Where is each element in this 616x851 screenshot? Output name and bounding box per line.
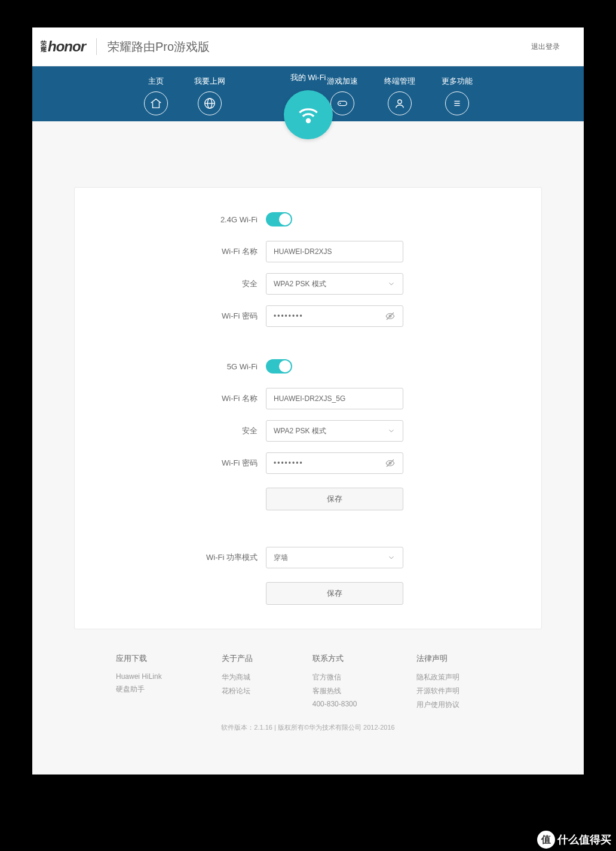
footer-link-privacy[interactable]: 隐私政策声明 [416, 672, 459, 682]
wifi5-pwd-input[interactable]: •••••••• [266, 452, 403, 474]
wifi5-toggle-label: 5G Wi-Fi [75, 362, 266, 371]
wifi5-security-label: 安全 [75, 426, 266, 436]
footer-link-hotline[interactable]: 客服热线 [312, 686, 357, 696]
footer-link-forum[interactable]: 花粉论坛 [222, 686, 253, 696]
watermark-badge-icon: 值 [537, 831, 555, 849]
wifi5-security-select[interactable]: WPA2 PSK 模式 [266, 420, 403, 442]
menu-icon [445, 91, 469, 115]
chevron-down-icon [387, 553, 396, 562]
wifi24-security-label: 安全 [75, 278, 266, 289]
footer-head-contact: 联系方式 [312, 653, 357, 664]
header-bar: 荣耀 honor 荣耀路由Pro游戏版 退出登录 [32, 27, 584, 66]
globe-icon [198, 91, 222, 115]
svg-point-4 [307, 120, 309, 123]
nav-home[interactable]: 主页 [144, 76, 168, 115]
wifi-icon [284, 90, 333, 139]
wifi5-name-label: Wi-Fi 名称 [75, 393, 266, 404]
wifi5-toggle[interactable] [266, 359, 292, 374]
footer: 应用下载 Huawei HiLink 硬盘助手 关于产品 华为商城 花粉论坛 联… [32, 629, 584, 720]
home-icon [144, 91, 168, 115]
app-window: 荣耀 honor 荣耀路由Pro游戏版 退出登录 主页 我要上网 游戏加速 [32, 27, 584, 775]
product-name: 荣耀路由Pro游戏版 [108, 39, 210, 55]
footer-head-downloads: 应用下载 [116, 653, 162, 664]
eye-hide-icon[interactable] [385, 311, 396, 322]
footer-head-legal: 法律声明 [416, 653, 459, 664]
power-mode-select[interactable]: 穿墙 [266, 547, 403, 568]
nav-wifi-active[interactable]: 我的 Wi-Fi [284, 72, 333, 139]
footer-link-hilink[interactable]: Huawei HiLink [116, 672, 162, 681]
copyright: 软件版本：2.1.16 | 版权所有©华为技术有限公司 2012-2016 [32, 720, 584, 736]
chevron-down-icon [387, 427, 396, 435]
wifi24-toggle[interactable] [266, 212, 292, 226]
footer-link-wechat[interactable]: 官方微信 [312, 672, 357, 682]
wifi5-name-input[interactable]: HUAWEI-DR2XJS_5G [266, 388, 403, 409]
svg-point-3 [397, 100, 401, 103]
wifi24-pwd-label: Wi-Fi 密码 [75, 311, 266, 322]
wifi24-toggle-label: 2.4G Wi-Fi [75, 215, 266, 224]
user-icon [388, 91, 412, 115]
main-nav: 主页 我要上网 游戏加速 终端管理 更多功能 [32, 66, 584, 121]
footer-link-mall[interactable]: 华为商城 [222, 672, 253, 682]
divider [96, 38, 97, 55]
nav-internet[interactable]: 我要上网 [194, 76, 225, 115]
footer-link-oss[interactable]: 开源软件声明 [416, 686, 459, 696]
footer-phone: 400-830-8300 [312, 700, 357, 708]
footer-head-about: 关于产品 [222, 653, 253, 664]
nav-more[interactable]: 更多功能 [442, 76, 473, 115]
footer-link-tos[interactable]: 用户使用协议 [416, 700, 459, 710]
wifi24-name-input[interactable]: HUAWEI-DR2XJS [266, 241, 403, 262]
wifi24-name-label: Wi-Fi 名称 [75, 246, 266, 257]
wifi5-pwd-label: Wi-Fi 密码 [75, 458, 266, 469]
svg-rect-2 [338, 101, 347, 105]
wifi24-pwd-input[interactable]: •••••••• [266, 305, 403, 327]
save-wifi-button[interactable]: 保存 [266, 488, 403, 510]
power-mode-label: Wi-Fi 功率模式 [75, 552, 266, 563]
chevron-down-icon [387, 280, 396, 288]
footer-link-disk[interactable]: 硬盘助手 [116, 684, 162, 694]
logout-link[interactable]: 退出登录 [531, 42, 560, 52]
nav-devices[interactable]: 终端管理 [384, 76, 415, 115]
eye-hide-icon[interactable] [385, 458, 396, 469]
gamepad-icon [330, 91, 354, 115]
logo-honor: honor [48, 38, 85, 55]
watermark: 值 什么值得买 [537, 831, 611, 849]
settings-card: 2.4G Wi-Fi Wi-Fi 名称 HUAWEI-DR2XJS 安全 WPA… [74, 187, 542, 629]
wifi24-security-select[interactable]: WPA2 PSK 模式 [266, 273, 403, 295]
brand-logo: 荣耀 honor [41, 38, 85, 55]
save-power-button[interactable]: 保存 [266, 582, 403, 605]
main-content: 2.4G Wi-Fi Wi-Fi 名称 HUAWEI-DR2XJS 安全 WPA… [32, 121, 584, 629]
logo-cn: 荣耀 [41, 41, 47, 53]
